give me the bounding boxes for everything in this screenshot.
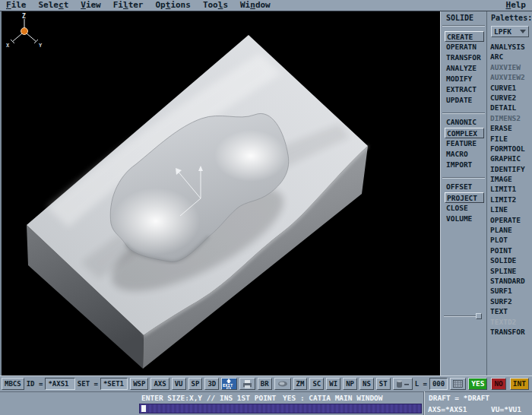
view-mode-button[interactable]: WSP <box>130 378 148 390</box>
set-field[interactable]: *SET1 <box>100 378 128 390</box>
panel-sash[interactable] <box>444 315 482 317</box>
palette-item[interactable]: GRAPHIC <box>490 154 532 163</box>
solide-menu-item[interactable]: VOLUME <box>445 214 484 224</box>
menu-item[interactable]: Select <box>33 0 75 11</box>
layer-lock-button[interactable] <box>393 378 413 390</box>
solide-function-panel: SOLIDE CREATEOPERATNTRANSFORANALYZEMODIF… <box>440 11 486 375</box>
window-message: YES : CATIA MAIN WINDOW <box>283 394 383 402</box>
palette-item[interactable]: ARC <box>490 52 532 62</box>
printer-icon <box>242 380 252 388</box>
menu-bar: FileSelectViewFilterOptionsToolsWindow H… <box>0 0 532 11</box>
solide-menu-item[interactable]: IMPORT <box>445 160 484 170</box>
eye-icon <box>277 380 288 388</box>
exit-button[interactable]: EXIT <box>221 378 237 390</box>
filter-grid-button[interactable] <box>450 378 466 390</box>
menu-item[interactable]: Tools <box>197 0 234 11</box>
view-mode-button[interactable]: VU <box>172 378 186 390</box>
exit-icon: EXIT <box>222 379 236 389</box>
solide-menu-item[interactable]: OPERATN <box>445 42 484 52</box>
mbcs-button[interactable]: MBCS <box>2 378 24 390</box>
palette-item[interactable]: DETAIL <box>490 103 532 112</box>
palette-selector-dropdown[interactable]: LPFK <box>491 26 529 37</box>
menu-item[interactable]: Filter <box>107 0 150 11</box>
menu-item[interactable]: Window <box>234 0 277 11</box>
layer-field[interactable]: 000 <box>429 378 448 390</box>
menu-item[interactable]: Options <box>150 0 197 11</box>
br-button[interactable]: BR <box>258 378 272 390</box>
palette-item[interactable]: LIMIT2 <box>490 195 532 204</box>
palette-item[interactable]: FORMTOOL <box>490 144 532 154</box>
palette-item[interactable]: PLOT <box>490 235 532 245</box>
menu-item-help[interactable]: Help <box>500 0 532 11</box>
solide-menu-item[interactable]: MODIFY <box>445 74 484 84</box>
window-mode-button[interactable]: ZM <box>293 378 308 390</box>
answer-buttons: YES NO INT <box>468 378 529 390</box>
divider <box>442 177 485 179</box>
solide-menu-item[interactable]: UPDATE <box>445 95 484 106</box>
palette-item[interactable]: DIMENS2 <box>490 113 532 123</box>
int-button[interactable]: INT <box>510 378 529 390</box>
palette-item[interactable]: SURF2 <box>490 296 532 306</box>
solide-menu-item[interactable]: TRANSFOR <box>445 52 484 63</box>
message-row: ENTER SIZE:X,Y // INS 1ST POINT YES : CA… <box>0 391 532 403</box>
id-field[interactable]: *AXS1 <box>45 378 74 390</box>
window-mode-button[interactable]: WI <box>326 378 340 390</box>
menu-item[interactable]: File <box>0 0 33 11</box>
view-mode-button[interactable]: 3D <box>204 378 219 390</box>
window-mode-button[interactable]: NS <box>359 378 374 390</box>
palette-item[interactable]: TEXTD2 <box>490 317 532 327</box>
palette-item[interactable]: AUXVIEW2 <box>490 72 532 82</box>
view-mode-button[interactable]: AXS <box>150 378 169 390</box>
view-capture-button[interactable] <box>274 378 291 390</box>
sash-handle-icon[interactable] <box>476 313 482 319</box>
palette-item[interactable]: TEXT <box>490 306 532 316</box>
viewport-3d[interactable]: Z X Y <box>0 11 440 375</box>
menu-item[interactable]: View <box>74 0 107 11</box>
solide-menu-item[interactable]: MACRO <box>445 149 484 160</box>
solide-menu-item[interactable]: EXTRACT <box>445 84 484 95</box>
solide-menu-item[interactable]: CANONIC <box>445 117 484 128</box>
window-mode-button[interactable]: ST <box>376 378 391 390</box>
palette-item[interactable]: SURF1 <box>490 286 532 296</box>
palette-item[interactable]: TRANSFOR <box>490 327 532 337</box>
palette-item[interactable]: OPERATE <box>490 215 532 225</box>
command-input[interactable] <box>139 404 422 413</box>
palette-item[interactable]: CURVE2 <box>490 93 532 103</box>
solide-menu-item[interactable]: CREATE <box>445 31 484 42</box>
solide-menu-item[interactable]: ANALYZE <box>445 63 484 74</box>
solide-menu-item[interactable]: CLOSE <box>445 203 484 214</box>
palette-item[interactable]: POINT <box>490 246 532 255</box>
view-mode-button[interactable]: SP <box>188 378 203 390</box>
solide-menu-item[interactable]: FEATURE <box>445 138 484 149</box>
solide-panel-title: SOLIDE <box>441 11 486 24</box>
svg-text:X: X <box>6 43 10 49</box>
palette-item[interactable]: SPLINE <box>490 266 532 276</box>
print-button[interactable] <box>239 378 255 390</box>
palette-item[interactable]: LIMIT1 <box>490 184 532 194</box>
no-button[interactable]: NO <box>491 378 505 390</box>
svg-text:Y: Y <box>39 43 43 49</box>
palette-item[interactable]: SOLIDE <box>490 255 532 265</box>
id-label: ID = <box>27 380 43 388</box>
prompt-text: ENTER SIZE:X,Y // INS 1ST POINT <box>141 394 276 402</box>
palette-item[interactable]: ANALYSIS <box>490 42 532 52</box>
axs-status: AXS=*AXS1 <box>428 405 467 413</box>
palette-item[interactable]: FILE <box>490 134 532 144</box>
divider <box>442 112 485 114</box>
palette-item[interactable]: CURVE1 <box>490 83 532 93</box>
solide-menu-item[interactable]: OFFSET <box>445 182 484 192</box>
window-mode-button[interactable]: NP <box>343 378 357 390</box>
palette-item[interactable]: IMAGE <box>490 174 532 184</box>
palette-item[interactable]: IDENTIFY <box>490 164 532 174</box>
solide-menu-item[interactable]: PROJECT <box>445 192 484 203</box>
palette-item[interactable]: AUXVIEW <box>490 62 532 72</box>
palette-item[interactable]: STANDARD <box>490 276 532 286</box>
yes-button[interactable]: YES <box>468 378 487 390</box>
model-canvas: Z X Y <box>2 11 440 375</box>
solide-menu-item[interactable]: COMPLEX <box>445 128 484 138</box>
window-mode-button[interactable]: SC <box>309 378 324 390</box>
palette-item[interactable]: ERASE <box>490 123 532 133</box>
palette-item[interactable]: LINE <box>490 204 532 214</box>
set-label: SET = <box>78 380 98 388</box>
palette-item[interactable]: PLANE <box>490 225 532 235</box>
